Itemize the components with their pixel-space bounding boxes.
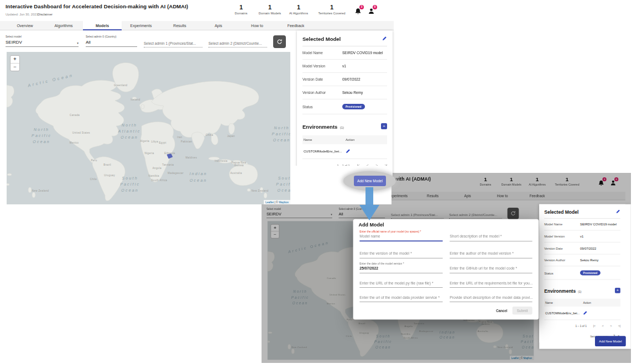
- status-badge: Provisioned: [342, 104, 365, 109]
- map-zoom-control: + −: [10, 55, 20, 71]
- map-country-label: Namibia: [401, 333, 410, 335]
- map-country-label: Australia: [230, 171, 242, 174]
- leaflet-link[interactable]: Leaflet: [265, 201, 274, 204]
- stat-domain-models: 1 Domain Models: [259, 4, 281, 15]
- selected-model-panel-column: Selected Model Model NameSEIRDV COVID19 …: [539, 204, 631, 349]
- model-name-field[interactable]: Model name: [359, 234, 380, 239]
- panel-title: Selected Model: [302, 36, 341, 42]
- header-icons: 3 0: [354, 6, 379, 17]
- map-ocean-label: South Pacific Ocean: [521, 334, 534, 350]
- model-name-row: Model NameSEIRDV COVID19 model: [302, 46, 387, 60]
- map-country-label: Greenland: [114, 83, 128, 86]
- tab-models[interactable]: Models: [83, 21, 122, 30]
- edit-model-icon[interactable]: [382, 36, 387, 42]
- short-description-field[interactable]: Short description of the model *: [450, 234, 502, 239]
- map-ocean-label: South Pacific Ocean: [276, 175, 290, 194]
- edit-environment-icon[interactable]: [346, 149, 351, 154]
- map-country-label: Indonesia: [215, 160, 227, 162]
- add-environment-button[interactable]: +: [381, 123, 387, 129]
- notifications-bell-icon: 3: [598, 180, 604, 186]
- stats-group: 1Domains 1Domain Models 1AI Algorithms 1…: [473, 177, 587, 189]
- zoom-out-button[interactable]: −: [11, 63, 19, 71]
- map-country-label: Angola: [405, 325, 413, 328]
- admin0-select[interactable]: Select admin 0 (Country) All: [86, 35, 137, 47]
- user-icon: 0: [610, 180, 617, 186]
- model-select[interactable]: Select model SEIRDV▾: [6, 35, 79, 47]
- tab-feedback[interactable]: Feedback: [276, 21, 315, 30]
- map-ocean-label: South Pacific Ocean: [374, 334, 392, 350]
- refresh-button: [508, 208, 519, 219]
- map-country-label: Libya: [151, 140, 158, 143]
- world-map[interactable]: Arctic OceanNorth Pacific OceanNorth Atl…: [7, 52, 290, 204]
- notifications-bell-icon[interactable]: 3: [354, 7, 362, 14]
- map-country-label: Canada: [327, 277, 336, 280]
- tab-apis[interactable]: Apis: [199, 21, 238, 30]
- focused-underline: [359, 240, 442, 241]
- map-zoom-control: + −: [270, 224, 279, 239]
- mapbox-link[interactable]: Mapbox: [279, 201, 289, 204]
- model-author-field[interactable]: Enter the author of the model version *: [450, 251, 514, 255]
- github-url-field[interactable]: Enter the GitHub url for the model code …: [450, 266, 517, 271]
- admin2-select[interactable]: Select admin 2 (District/Countie...: [208, 41, 267, 48]
- status-badge: Provisioned: [580, 270, 601, 275]
- user-badge: 0: [373, 5, 377, 9]
- version-author-row: Version AuthorSekou Remy: [302, 86, 387, 99]
- map-country-label: New Zealand: [252, 189, 269, 192]
- map-country-label: Peru: [91, 159, 97, 161]
- admin1-select[interactable]: Select admin 1 (Provinces/Stat...: [144, 41, 202, 48]
- tab-results[interactable]: Results: [160, 21, 199, 30]
- stats-group: 1 Domains 1 Domain Models 1 AI Algorithm…: [227, 4, 354, 19]
- map-country-label: Angola: [153, 167, 161, 170]
- model-name-label: Enter the official name of your model (n…: [359, 230, 421, 233]
- tab-how-to[interactable]: How to: [238, 21, 276, 30]
- version-date-row: Version Date09/07/2022: [302, 73, 387, 86]
- cancel-button[interactable]: Cancel: [496, 309, 508, 313]
- disclaimer-link[interactable]: Disclaimer: [38, 13, 53, 16]
- map-country-label: Papua New Guinea: [232, 161, 247, 167]
- user-icon[interactable]: 0: [368, 7, 375, 14]
- refresh-button[interactable]: [273, 35, 286, 48]
- map-country-label: South Africa: [404, 336, 418, 339]
- map-ocean-label: North Pacific Ocean: [272, 125, 290, 144]
- map-country-label: Iran: [177, 136, 182, 139]
- admin2-select: Select admin 2 (District/Countie...: [449, 213, 502, 219]
- stat-territories: 1 Territories Covered: [318, 4, 346, 15]
- status-row: StatusProvisioned: [302, 99, 387, 114]
- data-provider-url-field[interactable]: Enter the url of the model data provider…: [359, 295, 440, 299]
- page-title: Interactive Dashboard for Accelerated De…: [6, 3, 188, 9]
- refresh-icon: [276, 39, 283, 45]
- zoom-in-button[interactable]: +: [11, 56, 19, 63]
- map-country-label: Tanzania: [162, 163, 174, 166]
- environment-row: CUSTOMModelEnv_bet...: [302, 144, 387, 159]
- map-country-label: Ethiopia: [164, 151, 175, 154]
- model-select: Select model SEIRDV▾: [267, 207, 332, 218]
- map-country-label: Chile: [346, 335, 352, 338]
- model-py-url-field[interactable]: Enter the URL of the model.py file (raw …: [359, 281, 433, 285]
- add-environment-button: +: [615, 287, 620, 293]
- edit-model-icon: [616, 209, 620, 215]
- map-country-label: Australia: [478, 330, 488, 333]
- add-new-model-button[interactable]: Add New Model: [354, 176, 386, 186]
- map-country-label: Japan: [227, 135, 235, 138]
- tab-bar: Overview Algorithms Models Experiments R…: [0, 21, 394, 30]
- panel-title: Selected Model: [544, 209, 578, 215]
- model-version-field[interactable]: Enter the version of the model *: [359, 251, 412, 255]
- tab-overview[interactable]: Overview: [6, 21, 44, 30]
- tab-algorithms[interactable]: Algorithms: [44, 21, 83, 30]
- data-provider-desc-field[interactable]: Provide short description of the model d…: [450, 295, 532, 299]
- map-country-label: Peru: [347, 318, 352, 321]
- map-country-label: Uruguay: [104, 174, 115, 177]
- map-country-label: Canada: [70, 113, 80, 116]
- map-ocean-label: South Pacific Ocean: [120, 175, 140, 194]
- map-ocean-label: Arctic Ocean: [288, 240, 330, 255]
- map-ocean-label: North Pacific Ocean: [32, 126, 51, 145]
- map-country-label: South Africa: [151, 179, 167, 182]
- submit-button[interactable]: Submit: [513, 307, 532, 314]
- stat-ai-algorithms: 1 AI Algorithms: [289, 4, 308, 15]
- add-model-dialog: Add Model Enter the official name of you…: [353, 219, 539, 320]
- requirements-url-field[interactable]: Enter the URL of the requirements.txt fi…: [450, 281, 532, 285]
- tab-experiments[interactable]: Experiments: [122, 21, 160, 30]
- version-date-field[interactable]: 25/07/2022: [359, 266, 378, 271]
- map-attribution: Leaflet | © Mapbox: [510, 356, 534, 360]
- map-country-label: Pakistan: [181, 140, 192, 143]
